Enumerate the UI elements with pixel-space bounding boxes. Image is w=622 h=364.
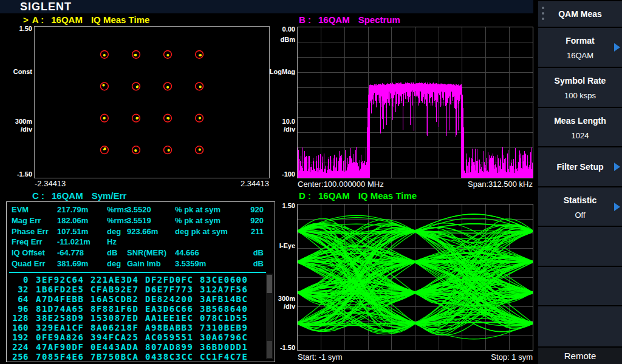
hex-group: 38E258D9: [36, 313, 84, 323]
softkey-blank-3: [538, 306, 622, 346]
symbol-hex-table: 03EF92C64221AE3D4DF2FD0FC83CE0600321B6FD…: [7, 275, 275, 362]
hex-row: 03EF92C64221AE3D4DF2FD0FC83CE0600: [7, 275, 275, 285]
metric-cell: % pk at sym: [175, 205, 220, 214]
metric-cell: SNR(MER): [127, 248, 166, 257]
b-y-div-unit: /div: [261, 126, 295, 133]
hex-group: 83CE0600: [200, 275, 248, 285]
hex-group: A7D4FEBB: [36, 294, 84, 304]
hex-group: 3AFB14BC: [200, 294, 248, 304]
hex-row: 12838E258D9153087EDAA1EE1EC078C1D55: [7, 313, 275, 323]
remote-status-button[interactable]: Remote: [538, 348, 622, 364]
metric-cell: IQ Offset: [12, 248, 45, 257]
metric-cell: Gain Imb: [127, 259, 161, 268]
hex-offset: 64: [7, 294, 29, 304]
hex-offset: 256: [7, 352, 29, 362]
metric-cell: -11.021m: [57, 237, 91, 246]
panel-c-view: Sym/Err: [92, 190, 127, 201]
softkey-meas-length[interactable]: Meas Length 1024: [538, 108, 622, 146]
metric-cell: %rms: [107, 205, 128, 214]
a-y-div-value: 300m: [1, 118, 32, 125]
panel-a-view: IQ Meas Time: [91, 15, 149, 25]
b-y-div-value: 10.0: [261, 118, 295, 125]
metric-cell: deg: [107, 259, 121, 268]
d-y-mid-label: I-Eye: [261, 242, 295, 249]
d-y-bottom-label: -1.50: [261, 344, 295, 351]
softkey-label: Filter Setup: [538, 147, 622, 186]
top-bar: SIGLENT: [0, 0, 533, 13]
a-y-div-unit: /div: [1, 126, 32, 133]
metric-row: IQ Offset-64.778dBSNR(MER)44.666dB: [7, 248, 275, 259]
metric-cell: dB: [253, 259, 264, 268]
hex-group: 7B750BCA: [91, 352, 138, 362]
submenu-arrow-icon: [614, 163, 620, 171]
metric-cell: 211: [251, 227, 264, 236]
constellation-plot: [35, 27, 269, 178]
b-y-top-label: 0.00: [261, 25, 295, 33]
panel-b-header: B :16QAMSpectrum: [299, 15, 400, 25]
hex-scrollbar-thumb[interactable]: [267, 275, 272, 293]
hex-group: CFAB92E7: [91, 285, 138, 294]
analyzer-screen: SIGLENT >A :16QAMIQ Meas Time 1.50 Const…: [0, 0, 622, 364]
softkey-value: 16QAM: [538, 51, 622, 60]
softkey-symbol-rate[interactable]: Symbol Rate 100 ksps: [538, 68, 622, 107]
softkey-value: 1024: [538, 131, 622, 140]
softkey-label: Format: [538, 36, 622, 46]
hex-offset: 0: [7, 275, 29, 285]
hex-group: 8F881F6D: [91, 304, 138, 314]
hex-group: EA3D6C66: [145, 304, 193, 314]
submenu-arrow-icon: [614, 203, 620, 211]
softkey-statistic[interactable]: Statistic Off: [538, 187, 622, 226]
hex-group: 36BD0DD1: [200, 342, 248, 352]
b-y-mid-label: LogMag: [261, 68, 295, 75]
hex-offset: 32: [7, 285, 29, 294]
metric-cell: Mag Err: [12, 216, 41, 225]
constellation-window[interactable]: [34, 26, 270, 178]
hex-group: 078C1D55: [200, 313, 248, 323]
hex-group: 221AE3D4: [91, 275, 138, 285]
b-span-label: Span:312.500 kHz: [389, 180, 533, 189]
eye-diagram-window[interactable]: [297, 204, 533, 351]
d-stop-label: Stop: 1 sym: [425, 352, 533, 362]
metric-row: Phase Err107.51mdeg923.66mdeg pk at sym2…: [7, 227, 275, 238]
symerr-window[interactable]: EVM217.79m%rms3.5520% pk at sym920Mag Er…: [6, 201, 275, 362]
panel-b-format: 16QAM: [318, 15, 350, 25]
hex-offset: 128: [7, 313, 29, 323]
hex-row: 321B6FD2E5CFAB92E7D6E7F773312A7F56: [7, 285, 275, 294]
softkey-label: Statistic: [538, 195, 622, 205]
metric-cell: % pk at sym: [175, 216, 220, 225]
panel-c-id: C :: [32, 190, 44, 201]
hex-offset: 160: [7, 323, 29, 332]
metric-cell: 3.5359m: [175, 259, 206, 268]
hex-group: 47AF90DF: [36, 342, 84, 352]
hex-group: 807AD899: [145, 342, 193, 352]
b-y-bottom-label: -100: [261, 170, 295, 178]
spectrum-window[interactable]: [297, 27, 533, 178]
softkey-blank-2: [538, 267, 622, 305]
hex-offset: 192: [7, 332, 29, 342]
softkey-label: Symbol Rate: [538, 76, 622, 86]
hex-row: 160329EA1CF8A06218FA98BABB37310BEB9: [7, 323, 275, 332]
softkey-format[interactable]: Format 16QAM: [538, 28, 622, 67]
error-metrics-table: EVM217.79m%rms3.5520% pk at sym920Mag Er…: [7, 202, 275, 272]
metric-cell: dB: [253, 248, 264, 257]
a-y-bottom-label: -1.50: [1, 170, 32, 178]
d-y-top-label: 1.50: [261, 202, 295, 209]
panel-b-id: B :: [299, 15, 311, 25]
metric-cell: 381.69m: [57, 259, 88, 268]
metric-cell: Quad Err: [12, 259, 46, 268]
metric-cell: 182.06m: [57, 216, 88, 225]
metric-row: Freq Err-11.021mHz: [7, 237, 275, 248]
hex-row: 22447AF90DF0E443ADA807AD89936BD0DD1: [7, 342, 275, 352]
brand-logo: SIGLENT: [20, 0, 72, 13]
softkey-label: QAM Meas: [538, 1, 622, 27]
softkey-qam-meas[interactable]: QAM Meas: [538, 1, 622, 27]
panel-a-header: >A :16QAMIQ Meas Time: [23, 15, 149, 25]
a-y-top-label: 1.50: [1, 25, 32, 32]
spectrum-plot: [298, 27, 533, 178]
hex-group: 329EA1CF: [36, 323, 84, 332]
softkey-filter-setup[interactable]: Filter Setup: [538, 147, 622, 186]
eye-diagram-plot: [298, 204, 533, 350]
metric-cell: 920: [250, 216, 264, 225]
panel-a-id: A :: [32, 15, 44, 25]
hex-group: 7310BEB9: [200, 323, 248, 332]
